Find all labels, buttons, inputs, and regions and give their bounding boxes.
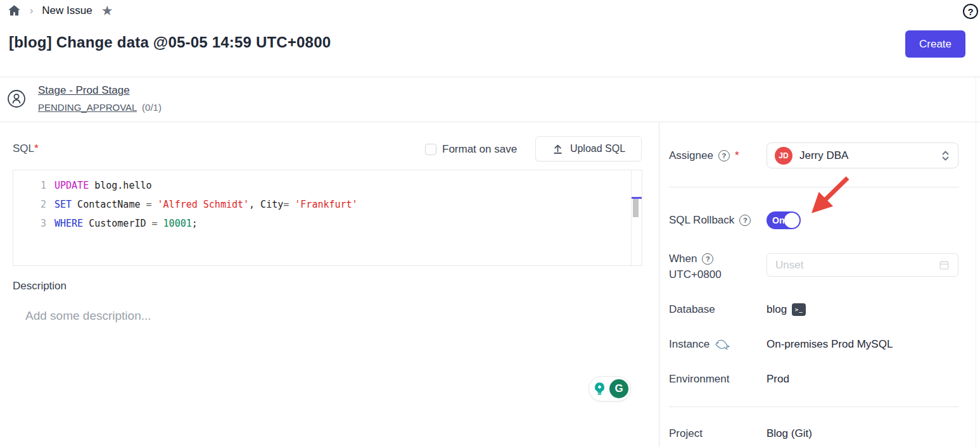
sql-rollback-label-row: SQL Rollback ? <box>669 214 751 227</box>
format-on-save-label: Format on save <box>442 143 517 156</box>
grammarly-widget[interactable]: G <box>589 376 631 401</box>
instance-label-row: Instance <box>669 338 730 351</box>
code-line[interactable]: 3WHERE CustomerID = 10001; <box>13 217 642 236</box>
database-label: Database <box>669 303 715 316</box>
breadcrumb: › New Issue ★ <box>8 4 113 17</box>
page-title: [blog] Change data @05-05 14:59 UTC+0800 <box>9 34 331 51</box>
divider <box>976 77 976 447</box>
mysql-dolphin-icon <box>715 339 730 350</box>
when-datetime-input[interactable]: Unset <box>767 253 958 277</box>
description-input[interactable]: Add some description... <box>25 309 151 323</box>
code-line[interactable]: 1UPDATE blog.hello <box>13 179 642 198</box>
sql-terminal-icon[interactable]: >_ <box>792 303 806 316</box>
editor-scrollbar[interactable] <box>631 170 642 265</box>
code-text: WHERE CustomerID = 10001; <box>46 217 198 230</box>
environment-value: Prod <box>767 373 789 386</box>
home-icon[interactable] <box>8 4 21 17</box>
assignee-avatar-icon <box>7 89 26 111</box>
sql-editor[interactable]: 1UPDATE blog.hello2SET ContactName = 'Al… <box>13 170 642 266</box>
divider <box>0 77 980 77</box>
line-number: 3 <box>13 217 46 230</box>
divider <box>659 122 659 447</box>
divider <box>669 406 959 407</box>
new-issue-page: › New Issue ★ ? [blog] Change data @05-0… <box>0 0 980 447</box>
divider <box>669 187 959 187</box>
stage-link[interactable]: Stage - Prod Stage <box>38 84 130 97</box>
help-icon[interactable]: ? <box>963 4 978 19</box>
select-chevrons-icon <box>941 149 950 162</box>
divider <box>0 122 980 122</box>
format-on-save-row: Format on save <box>425 143 517 156</box>
environment-label: Environment <box>669 373 729 386</box>
required-asterisk: * <box>34 142 39 154</box>
toggle-state-label: On <box>772 215 784 225</box>
stage-approval-count: (0/1) <box>142 102 162 113</box>
lightbulb-icon[interactable] <box>591 381 608 398</box>
assignee-label-row: Assignee ? * <box>669 149 739 162</box>
help-icon[interactable]: ? <box>718 150 730 161</box>
code-text: SET ContactName = 'Alfred Schmidt', City… <box>46 198 358 211</box>
scrollbar-thumb[interactable] <box>633 199 639 217</box>
calendar-icon <box>939 260 950 270</box>
description-label: Description <box>13 280 67 293</box>
project-value: Blog (Git) <box>767 427 812 440</box>
create-button[interactable]: Create <box>905 30 965 58</box>
format-on-save-checkbox[interactable] <box>425 144 436 155</box>
when-placeholder: Unset <box>775 259 939 272</box>
star-icon[interactable]: ★ <box>101 4 113 17</box>
help-icon[interactable]: ? <box>702 253 713 265</box>
avatar: JD <box>775 147 792 165</box>
assignee-select[interactable]: JD Jerry DBA <box>767 142 958 168</box>
chevron-right-icon: › <box>30 5 33 16</box>
line-number: 1 <box>13 179 46 192</box>
stage-status-row: PENDING_APPROVAL (0/1) <box>38 102 162 113</box>
upload-sql-button[interactable]: Upload SQL <box>535 136 642 161</box>
code-line[interactable]: 2SET ContactName = 'Alfred Schmidt', Cit… <box>13 198 642 217</box>
breadcrumb-current[interactable]: New Issue <box>42 4 92 17</box>
assignee-value: Jerry DBA <box>799 149 934 162</box>
when-label-row: When ? <box>669 253 713 265</box>
code-lines: 1UPDATE blog.hello2SET ContactName = 'Al… <box>13 170 642 236</box>
grammarly-icon[interactable]: G <box>609 379 628 398</box>
toggle-knob <box>784 213 799 228</box>
instance-value: On-premises Prod MySQL <box>767 338 893 351</box>
sql-section-label: SQL* <box>13 142 39 155</box>
line-number: 2 <box>13 198 46 211</box>
stage-status-link[interactable]: PENDING_APPROVAL <box>38 102 137 113</box>
when-timezone: UTC+0800 <box>669 268 722 281</box>
database-value[interactable]: blog <box>767 303 787 316</box>
required-asterisk: * <box>735 149 739 162</box>
project-label: Project <box>669 427 703 440</box>
sql-rollback-toggle[interactable]: On <box>767 211 801 229</box>
help-icon[interactable]: ? <box>739 215 751 226</box>
database-value-row: blog >_ <box>767 303 806 316</box>
upload-icon <box>552 143 564 155</box>
code-text: UPDATE blog.hello <box>46 179 152 192</box>
